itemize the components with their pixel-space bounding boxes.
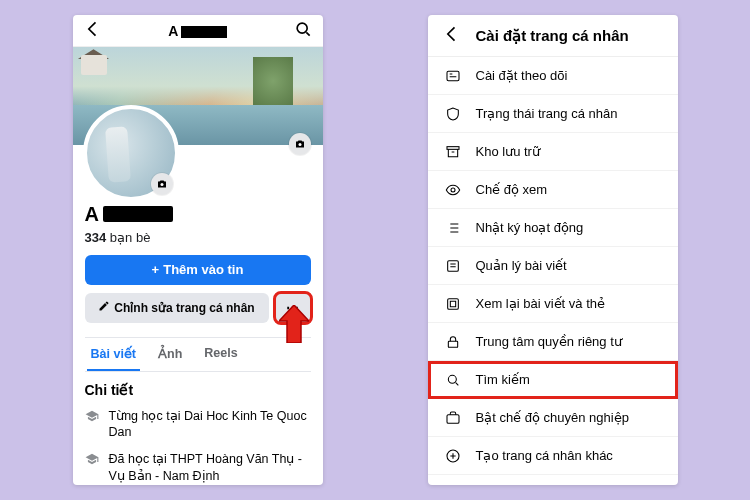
settings-item-manage-posts[interactable]: Quản lý bài viết — [428, 247, 678, 285]
posts-icon — [444, 258, 462, 274]
back-icon[interactable] — [83, 19, 103, 43]
pencil-icon — [98, 300, 110, 315]
settings-label: Tìm kiếm — [476, 372, 530, 387]
add-to-story-button[interactable]: + Thêm vào tin — [85, 255, 311, 285]
settings-item-create-profile[interactable]: Tạo trang cá nhân khác — [428, 437, 678, 475]
settings-label: Tạo trang cá nhân khác — [476, 448, 613, 463]
friend-count[interactable]: 334 bạn bè — [85, 230, 311, 245]
tab-photos[interactable]: Ảnh — [154, 338, 186, 371]
shield-icon — [444, 106, 462, 122]
topbar-title: A — [168, 23, 226, 39]
list-icon — [444, 220, 462, 236]
detail-text: Đã học tại THPT Hoàng Văn Thụ - Vụ Bản -… — [109, 451, 311, 485]
graduation-cap-icon — [85, 452, 99, 471]
settings-label: Xem lại bài viết và thẻ — [476, 296, 606, 311]
details-heading: Chi tiết — [85, 382, 311, 398]
archive-icon — [444, 144, 462, 160]
search-icon — [444, 372, 462, 388]
svg-rect-7 — [447, 298, 458, 309]
settings-label: Cài đặt theo dõi — [476, 68, 568, 83]
detail-education[interactable]: Đã học tại THPT Hoàng Văn Thụ - Vụ Bản -… — [85, 451, 311, 485]
graduation-cap-icon — [85, 409, 99, 428]
review-icon — [444, 296, 462, 312]
briefcase-icon — [444, 410, 462, 426]
svg-rect-3 — [447, 71, 459, 80]
tab-posts[interactable]: Bài viết — [87, 338, 141, 371]
svg-point-0 — [297, 23, 307, 33]
eye-icon — [444, 182, 462, 198]
svg-rect-8 — [448, 341, 457, 347]
page-title: Cài đặt trang cá nhân — [476, 27, 629, 45]
tab-reels[interactable]: Reels — [200, 338, 241, 371]
settings-label: Nhật ký hoạt động — [476, 220, 584, 235]
svg-rect-10 — [447, 414, 459, 423]
settings-label: Trung tâm quyền riêng tư — [476, 334, 622, 349]
settings-label: Trạng thái trang cá nhân — [476, 106, 618, 121]
settings-item-follow[interactable]: Cài đặt theo dõi — [428, 57, 678, 95]
settings-item-pro-mode[interactable]: Bật chế độ chuyên nghiệp — [428, 399, 678, 437]
lock-icon — [444, 334, 462, 350]
detail-education[interactable]: Từng học tại Dai Hoc Kinh Te Quoc Dan — [85, 408, 311, 442]
plus-circle-icon — [444, 448, 462, 464]
follow-settings-icon — [444, 68, 462, 84]
back-icon[interactable] — [442, 24, 462, 48]
settings-label: Chế độ xem — [476, 182, 548, 197]
settings-screen: Cài đặt trang cá nhân Cài đặt theo dõi T… — [428, 15, 678, 485]
detail-text: Từng học tại Dai Hoc Kinh Te Quoc Dan — [109, 408, 311, 442]
settings-item-activity-log[interactable]: Nhật ký hoạt động — [428, 209, 678, 247]
svg-rect-4 — [447, 146, 459, 149]
settings-item-privacy[interactable]: Trung tâm quyền riêng tư — [428, 323, 678, 361]
plus-icon: + — [152, 262, 160, 277]
svg-rect-6 — [447, 260, 458, 271]
profile-tabs: Bài viết Ảnh Reels — [85, 337, 311, 372]
search-icon[interactable] — [293, 19, 313, 43]
settings-item-view-mode[interactable]: Chế độ xem — [428, 171, 678, 209]
profile-name: A — [85, 203, 311, 226]
settings-label: Kho lưu trữ — [476, 144, 540, 159]
topbar: A — [73, 15, 323, 47]
profile-screen: A A 334 bạn bè + Thêm vào tin — [73, 15, 323, 485]
settings-item-review-posts[interactable]: Xem lại bài viết và thẻ — [428, 285, 678, 323]
svg-point-9 — [448, 375, 456, 383]
edit-profile-button[interactable]: Chỉnh sửa trang cá nhân — [85, 293, 269, 323]
settings-item-status[interactable]: Trạng thái trang cá nhân — [428, 95, 678, 133]
settings-label: Quản lý bài viết — [476, 258, 567, 273]
topbar: Cài đặt trang cá nhân — [428, 15, 678, 57]
settings-item-search[interactable]: Tìm kiếm — [428, 361, 678, 399]
settings-list: Cài đặt theo dõi Trạng thái trang cá nhâ… — [428, 57, 678, 485]
svg-point-5 — [451, 188, 455, 192]
settings-item-archive[interactable]: Kho lưu trữ — [428, 133, 678, 171]
settings-label: Bật chế độ chuyên nghiệp — [476, 410, 629, 425]
settings-item-share[interactable]: Chia sẻ trang cá nhân — [428, 475, 678, 485]
annotation-arrow-up — [279, 305, 309, 343]
